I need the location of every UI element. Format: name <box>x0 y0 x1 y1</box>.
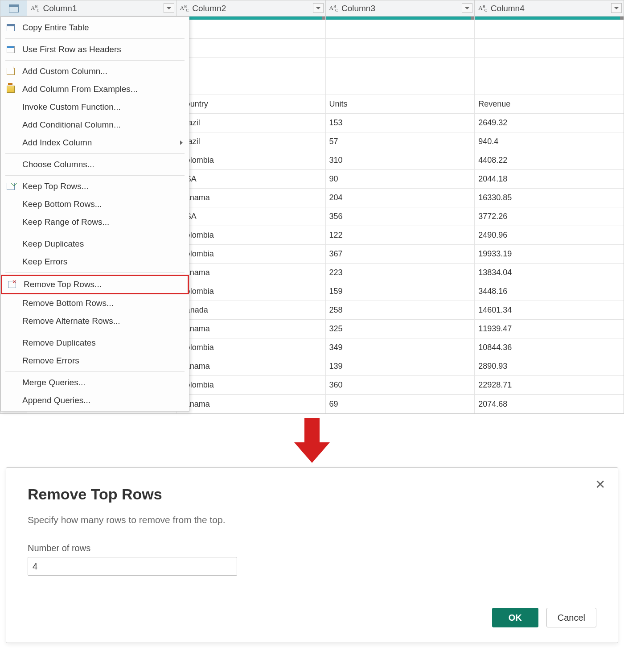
cell[interactable]: USA <box>177 207 326 226</box>
cell[interactable]: Panama <box>177 357 326 375</box>
cell[interactable]: 2890.93 <box>475 357 624 375</box>
menu-keep-range-of-rows[interactable]: Keep Range of Rows... <box>1 213 189 231</box>
menu-keep-duplicates[interactable]: Keep Duplicates <box>1 235 189 253</box>
cell[interactable]: Units <box>326 95 475 113</box>
table-menu-button[interactable] <box>0 0 27 16</box>
cell[interactable]: 57 <box>326 132 475 151</box>
cell[interactable]: 122 <box>326 226 475 244</box>
cell[interactable] <box>177 76 326 95</box>
cell[interactable]: Country <box>177 95 326 113</box>
cell[interactable]: 13834.04 <box>475 264 624 282</box>
cell[interactable] <box>177 58 326 76</box>
cell[interactable]: 159 <box>326 282 475 301</box>
cell[interactable]: 940.4 <box>475 132 624 151</box>
cell[interactable]: Panama <box>177 189 326 207</box>
cell[interactable] <box>326 58 475 76</box>
cell[interactable]: 223 <box>326 264 475 282</box>
menu-choose-columns[interactable]: Choose Columns... <box>1 156 189 173</box>
type-icon: ABC <box>478 4 487 12</box>
menu-remove-duplicates[interactable]: Remove Duplicates <box>1 334 189 352</box>
menu-remove-bottom-rows[interactable]: Remove Bottom Rows... <box>1 294 189 312</box>
cell[interactable]: 10844.36 <box>475 338 624 357</box>
cell[interactable]: Colombia <box>177 226 326 244</box>
cell[interactable]: 356 <box>326 207 475 226</box>
menu-invoke-custom-function[interactable]: Invoke Custom Function... <box>1 98 189 116</box>
chevron-down-icon <box>167 7 171 9</box>
cell[interactable]: Colombia <box>177 151 326 169</box>
dialog-title: Remove Top Rows <box>28 486 596 503</box>
cell[interactable]: 325 <box>326 320 475 338</box>
filter-button[interactable] <box>313 3 324 13</box>
cell[interactable] <box>475 58 624 76</box>
number-of-rows-input[interactable] <box>28 557 237 576</box>
cell[interactable] <box>475 76 624 95</box>
cell[interactable]: Panama <box>177 395 326 413</box>
column-header-3[interactable]: ABC Column3 <box>326 0 475 16</box>
close-button[interactable]: ✕ <box>595 478 605 491</box>
cell[interactable]: Colombia <box>177 338 326 357</box>
cell[interactable]: Colombia <box>177 376 326 394</box>
menu-remove-errors[interactable]: Remove Errors <box>1 352 189 370</box>
menu-add-conditional-column[interactable]: Add Conditional Column... <box>1 116 189 134</box>
menu-keep-errors[interactable]: Keep Errors <box>1 253 189 271</box>
cell[interactable] <box>475 20 624 38</box>
filter-button[interactable] <box>164 3 174 13</box>
cell[interactable] <box>177 39 326 57</box>
cell[interactable]: 2074.68 <box>475 395 624 413</box>
cell[interactable]: 2044.18 <box>475 170 624 188</box>
menu-add-index-column[interactable]: Add Index Column <box>1 134 189 152</box>
column-header-2[interactable]: ABC Column2 <box>177 0 326 16</box>
cell[interactable]: 22928.71 <box>475 376 624 394</box>
menu-keep-top-rows[interactable]: Keep Top Rows... <box>1 177 189 195</box>
menu-merge-queries[interactable]: Merge Queries... <box>1 374 189 392</box>
cell[interactable]: 11939.47 <box>475 320 624 338</box>
cell[interactable]: 204 <box>326 189 475 207</box>
cell[interactable]: Panama <box>177 264 326 282</box>
filter-button[interactable] <box>462 3 472 13</box>
cell[interactable]: 3448.16 <box>475 282 624 301</box>
cell[interactable] <box>326 39 475 57</box>
cancel-button[interactable]: Cancel <box>546 608 596 627</box>
cell[interactable] <box>326 20 475 38</box>
cell[interactable]: 310 <box>326 151 475 169</box>
menu-keep-bottom-rows[interactable]: Keep Bottom Rows... <box>1 195 189 213</box>
cell[interactable] <box>326 76 475 95</box>
cell[interactable]: 90 <box>326 170 475 188</box>
ok-button[interactable]: OK <box>492 608 538 627</box>
cell[interactable]: 4408.22 <box>475 151 624 169</box>
cell[interactable]: 367 <box>326 245 475 263</box>
cell[interactable]: Colombia <box>177 245 326 263</box>
menu-remove-top-rows[interactable]: Remove Top Rows... <box>1 275 189 294</box>
cell[interactable]: Colombia <box>177 282 326 301</box>
cell[interactable]: 139 <box>326 357 475 375</box>
cell[interactable]: 19933.19 <box>475 245 624 263</box>
cell[interactable]: USA <box>177 170 326 188</box>
filter-button[interactable] <box>611 3 622 13</box>
cell[interactable]: Revenue <box>475 95 624 113</box>
cell[interactable]: 3772.26 <box>475 207 624 226</box>
cell[interactable]: 258 <box>326 301 475 319</box>
cell[interactable]: 349 <box>326 338 475 357</box>
cell[interactable]: Brazil <box>177 114 326 132</box>
cell[interactable]: 14601.34 <box>475 301 624 319</box>
menu-use-first-row-as-headers[interactable]: Use First Row as Headers <box>1 41 189 58</box>
cell[interactable] <box>475 39 624 57</box>
cell[interactable]: Panama <box>177 320 326 338</box>
menu-append-queries[interactable]: Append Queries... <box>1 392 189 409</box>
column-header-4[interactable]: ABC Column4 <box>475 0 624 16</box>
cell[interactable]: 2649.32 <box>475 114 624 132</box>
menu-add-custom-column[interactable]: Add Custom Column... <box>1 62 189 80</box>
menu-remove-alternate-rows[interactable]: Remove Alternate Rows... <box>1 312 189 330</box>
column-header-1[interactable]: ABC Column1 <box>27 0 177 16</box>
cell[interactable]: 2490.96 <box>475 226 624 244</box>
headers-icon <box>7 46 15 53</box>
cell[interactable] <box>177 20 326 38</box>
cell[interactable]: Brazil <box>177 132 326 151</box>
cell[interactable]: 360 <box>326 376 475 394</box>
menu-add-column-from-examples[interactable]: Add Column From Examples... <box>1 80 189 98</box>
menu-copy-entire-table[interactable]: Copy Entire Table <box>1 19 189 37</box>
cell[interactable]: 69 <box>326 395 475 413</box>
cell[interactable]: Canada <box>177 301 326 319</box>
cell[interactable]: 153 <box>326 114 475 132</box>
cell[interactable]: 16330.85 <box>475 189 624 207</box>
